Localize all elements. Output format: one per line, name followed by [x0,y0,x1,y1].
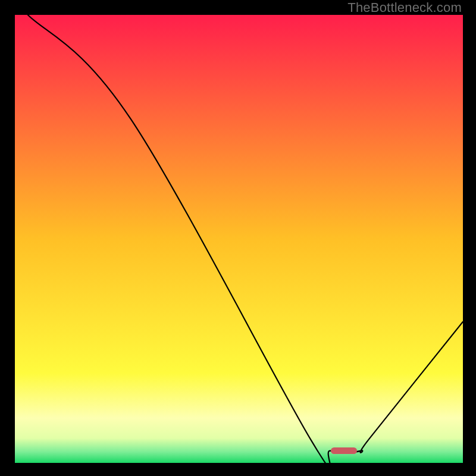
chart-curve-layer [15,15,463,463]
optimal-marker [331,447,357,454]
chart-frame [14,14,464,464]
bottleneck-curve [28,15,463,463]
